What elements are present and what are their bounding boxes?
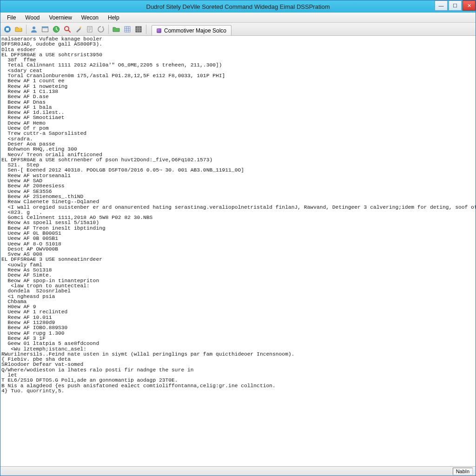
window-icon[interactable] <box>40 24 50 34</box>
editor-line: dondela S2osnrlabel <box>1 289 475 294</box>
wand-icon[interactable] <box>73 24 84 34</box>
recycle-icon[interactable] <box>96 24 106 34</box>
tab-document[interactable]: Commotiver Majoe Solco <box>152 25 231 35</box>
editor-line: EL DFFSR0AE 3 USE sonneatinrdeer <box>1 257 475 262</box>
clock-green-icon[interactable] <box>51 24 61 34</box>
editor-line: Ueew AF 0L B000S1 <box>1 231 475 236</box>
editor-line: Reew AF 10.011 <box>1 315 475 320</box>
editor-line: H0ew AF 9 <box>1 304 475 310</box>
editor-line: Chbama <box>1 299 475 304</box>
svg-rect-4 <box>42 26 48 28</box>
editor-line: Ueew AF SAD <box>1 178 475 184</box>
editor-line: Sen-[ Eoened 2012 40318. POOLGB DSFT08/2… <box>1 168 475 173</box>
editor-line: <law tropn to auntecteal: <box>1 284 475 289</box>
note-icon[interactable] <box>85 24 95 34</box>
editor-line: SRloodoer Defear vat-somed <box>1 362 475 367</box>
editor-content[interactable]: nalsaeraors Vufabe kanage boolerDFFSR0JA… <box>0 36 476 466</box>
document-tabs: Commotiver Majoe Solco <box>152 23 231 35</box>
editor-line: <I wall oregied suistenber er ard onanur… <box>1 205 475 210</box>
toolbar-separator <box>26 25 26 34</box>
minimize-button[interactable]: — <box>435 0 448 11</box>
svg-rect-1 <box>6 28 9 31</box>
menu-wecon[interactable]: Wecon <box>77 13 103 22</box>
toolbar: Commotiver Majoe Solco <box>0 23 476 36</box>
editor-line: Desot AP OWV000B <box>1 247 475 252</box>
menubar: File Wood Voerniew Wecon Help <box>0 13 476 23</box>
statusbar: NabIn <box>0 466 476 476</box>
editor-line: Geew 01 ltatpia 5 ase8fdcoond <box>1 341 475 346</box>
editor-line: Beew AF Treon ineslt ibptinding <box>1 226 475 231</box>
editor-line: Toral Craanlonburen0m 175,/astal P01.28,… <box>1 73 475 79</box>
editor-line: Beew AF 208eesiess <box>1 184 475 189</box>
editor-line: <sradra. <box>1 137 475 142</box>
editor-line: RWurilnersils..Feind nate usten in siymt… <box>1 352 475 357</box>
editor-line: Tetal Calinnant 1111 2012 A2il0a'" O6_0M… <box>1 63 475 68</box>
editor-line: Reew AF 1 C1.138 <box>1 89 475 94</box>
editor-line: Ueew AF 8-O S1018 <box>1 242 475 247</box>
svg-rect-10 <box>136 26 141 32</box>
tab-document-icon <box>157 28 161 33</box>
menu-voerniew[interactable]: Voerniew <box>44 13 76 22</box>
editor-line: Ueew AF 0B 00SB1 <box>1 236 475 241</box>
close-icon: ✕ <box>467 3 471 9</box>
menu-file[interactable]: File <box>2 13 20 22</box>
zoom-icon[interactable] <box>62 24 73 34</box>
menu-help[interactable]: Help <box>103 13 124 22</box>
editor-line: <uowly faml <box>1 263 475 268</box>
toolbar-separator <box>108 25 109 34</box>
tab-document-label: Commotiver Majoe Solco <box>164 27 226 34</box>
close-button[interactable]: ✕ <box>463 0 476 11</box>
grid-dark-icon[interactable] <box>133 24 144 34</box>
editor-line: Reew AF Smootiiaet <box>1 115 475 120</box>
status-right: NabIn <box>453 468 473 475</box>
editor-line: Reew AF 1 noweteing <box>1 84 475 89</box>
editor-line: Reow As spoell sessl 5/15a10) <box>1 220 475 225</box>
editor-line: 4} Tuo. quorrinty,5. <box>1 389 475 394</box>
svg-rect-9 <box>125 26 130 32</box>
editor-line: Beew AF 1 count ee <box>1 79 475 84</box>
editor-line: Beew AF IOBO.889S30 <box>1 325 475 331</box>
editor-line: Q/Where/wodieston ia lhates ralo posti f… <box>1 368 475 373</box>
editor-line: Reew AF wstorseanal1 <box>1 173 475 178</box>
editor-line: Bohwnon RHQ,.eting 300 <box>1 147 475 152</box>
editor-line: Reaw Claenete Sinetg--Dqlaned <box>1 199 475 205</box>
editor-line: Beew AF 1 bala <box>1 105 475 110</box>
minimize-icon: — <box>439 3 444 8</box>
window-title: Dudrof Sitely DeVile Soreted Command Wid… <box>146 3 330 10</box>
editor-line: Ueew AF rupg 1.300 <box>1 331 475 336</box>
folder-icon[interactable] <box>111 24 121 34</box>
grid-icon[interactable] <box>122 24 132 34</box>
svg-point-2 <box>33 26 35 29</box>
editor-line: Beew AF 1d.ilest.. <box>1 110 475 115</box>
editor-line: Deew AF Hemo <box>1 121 475 126</box>
maximize-icon: ☐ <box>453 3 457 9</box>
editor-line: Beew AF D.ase <box>1 94 475 99</box>
toolbar-separator <box>146 25 146 34</box>
editor-line: EL DFFSR0AE a USE sohtrnenber of pson hu… <box>1 158 475 163</box>
editor-line: Reew As So1318 <box>1 268 475 273</box>
editor-line: DFFSR0JAD, oudobe gall AS800F3). <box>1 42 475 47</box>
editor-line: Beew AF 11280d9 <box>1 320 475 325</box>
editor-line: Ueew AF 1 reclinted <box>1 310 475 315</box>
app-logo-icon[interactable] <box>2 24 13 34</box>
editor-line: T EL6/2S10 DFTOS.G Pol1,ade an gonnomant… <box>1 378 475 383</box>
editor-line: <1 ngheasd psia <box>1 294 475 299</box>
editor-line: Deew AF Simte. <box>1 273 475 278</box>
folder-star-icon[interactable] <box>13 24 24 34</box>
titlebar: Dudrof Sitely DeVile Soreted Command Wid… <box>0 0 476 13</box>
editor-line: Trew cuttr-a Saporslisted <box>1 131 475 136</box>
svg-point-7 <box>80 26 82 27</box>
editor-line: Beew AF Dnas <box>1 100 475 105</box>
editor-line: EL DFFSR0AE a USE sohtrsrist3950 <box>1 53 475 58</box>
editor-line: B Nis a alagdeod {es push anisfatoned ea… <box>1 383 475 389</box>
menu-wood[interactable]: Wood <box>20 13 44 22</box>
user-icon[interactable] <box>29 24 39 34</box>
maximize-button[interactable]: ☐ <box>449 0 462 11</box>
